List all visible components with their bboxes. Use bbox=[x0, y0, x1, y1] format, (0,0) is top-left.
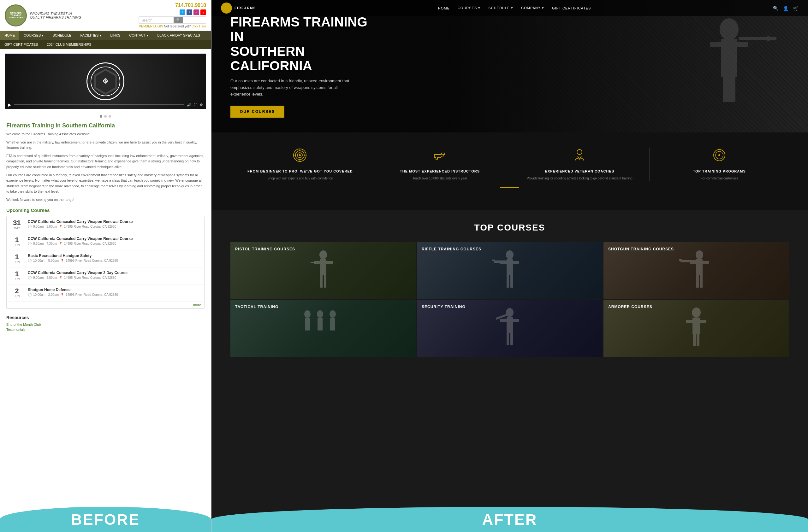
dot-3[interactable] bbox=[109, 115, 111, 118]
course-card-armorer[interactable]: ARMORER COURSES bbox=[604, 300, 789, 357]
pistol-figure bbox=[304, 248, 342, 293]
svg-point-29 bbox=[506, 250, 514, 259]
feature-desc-1: Shop with our experts and buy with confi… bbox=[237, 176, 364, 181]
after-nav-schedule[interactable]: SCHEDULE ▾ bbox=[488, 6, 513, 10]
course-card-security[interactable]: SECURITY TRAINING bbox=[417, 300, 603, 357]
user-nav-icon[interactable]: 👤 bbox=[783, 6, 788, 11]
course-card-shotgun[interactable]: SHOTGUN TRAINING COURSES bbox=[604, 242, 789, 299]
instagram-icon[interactable]: i bbox=[194, 10, 199, 15]
nav-links[interactable]: LINKS bbox=[106, 31, 125, 40]
course-details: Shotgun Home Defense 🕐 10:00am - 2:00pm … bbox=[28, 288, 201, 297]
course-card-rifle[interactable]: RIFFLE TRAINING COURSES bbox=[417, 242, 603, 299]
feature-item-1: FROM BEGINNER TO PRO, WE'VE GOT YOU COVE… bbox=[231, 148, 370, 181]
svg-rect-62 bbox=[693, 334, 696, 346]
features-grid: FROM BEGINNER TO PRO, WE'VE GOT YOU COVE… bbox=[231, 148, 789, 181]
date-num: 1 bbox=[10, 236, 24, 244]
cart-nav-icon[interactable]: 🛒 bbox=[793, 6, 798, 11]
features-section: FROM BEGINNER TO PRO, WE'VE GOT YOU COVE… bbox=[212, 132, 808, 210]
course-label-shotgun: SHOTGUN TRAINING COURSES bbox=[608, 247, 674, 251]
after-nav-courses[interactable]: COURSES ▾ bbox=[458, 6, 480, 10]
course-time: 10:00am - 2:00pm bbox=[33, 293, 59, 297]
svg-point-21 bbox=[718, 154, 720, 156]
feature-desc-2: Teach over 10,000 students every year bbox=[377, 176, 503, 181]
course-card-pistol[interactable]: PISTOL TRAINING COURSES bbox=[231, 242, 416, 299]
location-icon: 📍 bbox=[59, 242, 62, 245]
svg-rect-57 bbox=[496, 314, 508, 320]
svg-rect-34 bbox=[510, 275, 513, 288]
after-nav-gift[interactable]: GIFT CERTIFICATES bbox=[552, 6, 591, 10]
svg-rect-44 bbox=[679, 259, 682, 261]
nav-schedule[interactable]: SCHEDULE bbox=[48, 31, 76, 40]
soldier-svg bbox=[666, 11, 792, 121]
after-nav-home[interactable]: HOME bbox=[438, 6, 450, 10]
search-button[interactable]: 🔍 bbox=[173, 17, 183, 23]
clock-icon: 🕐 bbox=[28, 242, 32, 245]
nav-home[interactable]: HOME bbox=[0, 31, 19, 40]
table-row: 1 Jun CCW California Concealed Carry Wea… bbox=[7, 267, 204, 284]
nav-black-friday[interactable]: BLACK FRIDAY SPECIALS bbox=[153, 31, 204, 40]
play-button[interactable]: ▶ bbox=[8, 102, 11, 107]
date-month: Jun bbox=[10, 261, 24, 264]
course-time: 8:30am - 4:30pm bbox=[33, 242, 57, 245]
security-figure bbox=[491, 306, 529, 350]
upcoming-title: Upcoming Courses bbox=[6, 208, 204, 213]
course-name: CCW California Concealed Carry Weapon Re… bbox=[28, 220, 201, 224]
nav-gift-certificates[interactable]: GIFT CERTIFICATES bbox=[0, 40, 42, 49]
svg-rect-35 bbox=[494, 261, 507, 263]
course-label-rifle: RIFFLE TRAINING COURSES bbox=[422, 247, 481, 251]
volume-button[interactable]: 🔊 bbox=[187, 103, 191, 107]
svg-point-1 bbox=[720, 18, 738, 40]
progress-bar[interactable] bbox=[14, 104, 184, 105]
nav-club-memberships[interactable]: 2024 CLUB MEMBERSHIPS bbox=[42, 40, 96, 49]
svg-rect-33 bbox=[507, 275, 509, 288]
video-controls: ▶ 🔊 ⛶ ⚙ bbox=[8, 102, 203, 107]
social-icons: t f i y bbox=[139, 10, 206, 15]
fullscreen-button[interactable]: ⛶ bbox=[194, 103, 197, 107]
search-bar[interactable]: 🔍 bbox=[139, 16, 206, 24]
course-name: Basic Recreational Handgun Safety bbox=[28, 253, 201, 258]
svg-point-22 bbox=[319, 250, 327, 259]
tagline-1: PROVIDING THE BEST IN bbox=[30, 12, 81, 16]
after-label: AFTER bbox=[212, 507, 808, 532]
after-logo-icon bbox=[221, 2, 232, 14]
svg-rect-40 bbox=[702, 261, 709, 264]
course-label-tactical: TACTICAL TRAINING bbox=[235, 305, 278, 309]
search-input[interactable] bbox=[139, 17, 173, 23]
our-courses-button[interactable]: OUR COURSES bbox=[231, 106, 284, 118]
dot-2[interactable] bbox=[104, 115, 107, 118]
twitter-icon[interactable]: t bbox=[180, 10, 185, 15]
more-link[interactable]: more bbox=[7, 302, 204, 308]
course-details: CCW California Concealed Carry Weapon Re… bbox=[28, 236, 201, 245]
resources-section: Resources End of the Month Club Testimon… bbox=[0, 312, 211, 336]
click-here-link[interactable]: Click Here bbox=[191, 24, 206, 28]
hero-title-line1: FIREARMS TRAINING IN bbox=[231, 15, 367, 44]
svg-rect-61 bbox=[700, 320, 706, 323]
after-logo: FIREARMS bbox=[221, 2, 256, 14]
top-courses-title: TOP COURSES bbox=[231, 223, 789, 233]
resource-link-1[interactable]: End of the Month Club bbox=[6, 323, 204, 326]
course-name: CCW California Concealed Carry Weapon Re… bbox=[28, 236, 201, 241]
course-card-tactical[interactable]: TACTICAL TRAINING bbox=[231, 300, 416, 357]
youtube-icon[interactable]: y bbox=[200, 10, 206, 15]
member-login-link[interactable]: MEMBER LOGIN bbox=[139, 24, 163, 28]
search-nav-icon[interactable]: 🔍 bbox=[773, 6, 778, 11]
course-card-bg-rifle: RIFFLE TRAINING COURSES bbox=[417, 242, 603, 299]
table-row: 2 Jun Shotgun Home Defense 🕐 10:00am - 2… bbox=[7, 284, 204, 302]
course-label-security: SECURITY TRAINING bbox=[422, 305, 465, 309]
resource-link-2[interactable]: Testimonials bbox=[6, 328, 204, 331]
nav-courses[interactable]: COURSES ▾ bbox=[19, 31, 48, 40]
dot-1[interactable] bbox=[100, 115, 102, 118]
pistol-icon bbox=[377, 148, 503, 165]
feature-desc-3: Provide training for shooting athletes l… bbox=[516, 176, 643, 181]
settings-button[interactable]: ⚙ bbox=[200, 103, 203, 107]
facebook-icon[interactable]: f bbox=[186, 10, 192, 15]
after-nav-company[interactable]: COMPANY ▾ bbox=[521, 6, 544, 10]
svg-rect-53 bbox=[500, 319, 507, 322]
nav-bar-2: GIFT CERTIFICATES 2024 CLUB MEMBERSHIPS bbox=[0, 40, 211, 49]
course-name: Shotgun Home Defense bbox=[28, 288, 201, 292]
course-label-armorer: ARMORER COURSES bbox=[608, 305, 653, 309]
course-card-bg-tactical: TACTICAL TRAINING bbox=[231, 300, 416, 357]
course-card-bg-armorer: ARMORER COURSES bbox=[604, 300, 789, 357]
nav-contact[interactable]: CONTACT ▾ bbox=[125, 31, 153, 40]
nav-facilities[interactable]: FACILITIES ▾ bbox=[76, 31, 106, 40]
